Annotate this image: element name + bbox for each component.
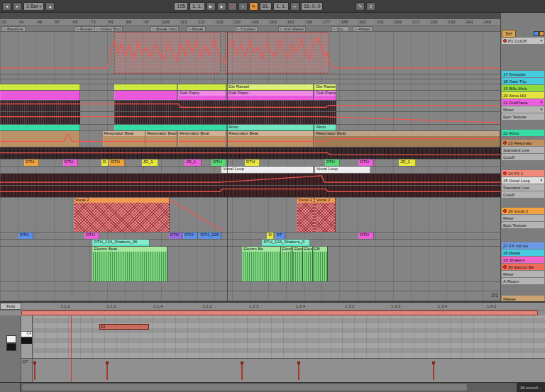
clip[interactable] — [0, 101, 80, 111]
clip-resonator-beat[interactable]: Resonator Beat — [178, 131, 226, 147]
clip-resonator-beat[interactable]: Resonator Beat — [314, 131, 500, 147]
overview-button[interactable]: ≡ — [366, 2, 375, 11]
clip-vocal-loop[interactable]: Vocal Loop — [315, 167, 370, 173]
clip-resonator-beat[interactable]: Resonator Beat — [227, 131, 314, 147]
track-lane-kreische[interactable] — [0, 74, 500, 79]
clip-jd-1[interactable]: JD_1 — [142, 159, 159, 166]
clip-d[interactable]: D — [101, 159, 109, 166]
clip-ruler[interactable]: 1.1.21.1.31.1.41.2.21.2.31.2.41.3.21.3.3… — [21, 303, 545, 310]
clip-dth[interactable]: DTH — [358, 233, 373, 239]
locator-break[interactable]: ▷Break — [187, 26, 206, 32]
clip-dth[interactable]: DTH — [325, 159, 340, 166]
draw-mode-button[interactable]: ✎ — [356, 2, 365, 11]
clip-jd-1[interactable]: JD_1 — [399, 159, 416, 166]
device-title-tab[interactable]: 16-monof... — [517, 383, 545, 392]
clip-dth-124-shakers-0[interactable]: DTH_124_Shakers_0 — [262, 240, 310, 246]
arrangement-view-icon[interactable] — [539, 31, 544, 36]
locator-voltes-brot[interactable]: ▷Voltes Brot — [94, 26, 123, 32]
track-header-cutoff[interactable]: Cutoff — [502, 191, 544, 198]
overdub-button[interactable]: + — [238, 2, 248, 11]
play-button[interactable]: ▶ — [207, 2, 216, 11]
clip[interactable] — [114, 84, 178, 90]
clip-dth-125[interactable]: DTH_125 — [199, 233, 221, 239]
track-header-25-vocal-loop[interactable]: 25 Vocal Loop▼ — [502, 177, 544, 184]
clip[interactable] — [0, 91, 80, 100]
scrollbar-handle[interactable] — [22, 384, 467, 391]
record-arm-icon[interactable] — [503, 209, 507, 213]
clip-jd-1[interactable]: JD_1 — [185, 159, 202, 166]
clip-dth[interactable]: DTH — [183, 233, 198, 239]
clip-elec[interactable]: Elec — [292, 247, 302, 281]
clip-dth[interactable]: DTH — [63, 159, 78, 166]
clip-dth[interactable]: DTH — [18, 233, 33, 239]
track-header-23-resonato[interactable]: 23 Resonato — [502, 140, 544, 146]
piano-keys[interactable]: C4 — [21, 315, 32, 358]
clip[interactable] — [114, 101, 337, 111]
clip[interactable] — [0, 131, 80, 147]
note-grid[interactable]: D4 — [33, 315, 545, 358]
velocity-marker[interactable] — [34, 363, 35, 380]
clip[interactable] — [0, 147, 500, 159]
clip-dt[interactable]: DT — [275, 233, 285, 239]
track-header-cutoff[interactable]: Cutoff — [502, 154, 544, 160]
metronome-button[interactable]: ▲ — [45, 2, 55, 11]
track-header-20-atmo-hh[interactable]: 20 Atmo HH — [502, 92, 544, 99]
locator-bassline[interactable]: ▷Bassline — [1, 26, 26, 32]
record-button[interactable]: ● — [228, 2, 237, 11]
clip[interactable] — [225, 32, 329, 74]
track-header-mixer[interactable]: Mixer — [502, 215, 544, 221]
locator-abbau[interactable]: ▷Abbau — [353, 26, 373, 32]
track-header-24-fx-1[interactable]: 24 FX 1 — [502, 170, 544, 177]
clip-dub-piano[interactable]: Dub Piano — [314, 91, 336, 100]
velocity-marker[interactable] — [433, 363, 434, 380]
clip-dub-piano[interactable]: Dub Piano — [227, 91, 314, 100]
track-lane-atmo[interactable]: AtmoAtmo — [0, 125, 500, 131]
track-lane-dark-a[interactable] — [0, 147, 500, 159]
track-header-master[interactable]: Master — [502, 296, 544, 301]
clip-resonator-beat[interactable]: Resonator Beat — [103, 131, 146, 147]
track-lane-resonator[interactable]: Resonator BeatResonator BeatResonator Be… — [0, 131, 500, 147]
track-lane-shakers[interactable]: DTH_124_Shakers_06DTH_124_Shakers_0 — [0, 240, 500, 247]
horizontal-scrollbar[interactable] — [21, 383, 517, 392]
locator-sto[interactable]: ▷Sto... — [331, 26, 349, 32]
time-signature-field[interactable]: 1. 1. — [189, 2, 205, 11]
track-lane-empty-gap[interactable] — [0, 282, 500, 291]
track-lane-wave-a[interactable] — [0, 101, 500, 112]
black-key[interactable] — [21, 337, 32, 343]
clip-dth[interactable]: DTH — [211, 159, 226, 166]
record-arm-icon[interactable] — [503, 265, 507, 269]
clip-atmo[interactable]: Atmo — [314, 125, 336, 130]
loop-length-field[interactable]: 16. 0. 0 — [301, 2, 323, 11]
clip-elec[interactable]: Elec — [303, 247, 313, 281]
clip-dth[interactable]: DTH — [24, 159, 39, 166]
track-header-standard-line[interactable]: Standard Line — [502, 184, 544, 191]
track-lane-dth-a[interactable]: DTHDTHDDTHJD_1JD_1DTHDTHDTHDTHJD_1 — [0, 159, 500, 167]
clip[interactable] — [0, 125, 80, 130]
quantize-selector[interactable]: 1 Bar ▾ — [23, 2, 44, 11]
track-header-22-atmo[interactable]: 22 Atmo — [502, 130, 544, 136]
clip-vocal-2[interactable]: Vocal 2 — [314, 198, 336, 232]
loop-start-field[interactable]: 1. 1. — [273, 2, 289, 11]
track-header-19-billo-melo[interactable]: 19 Billo Melo — [502, 85, 544, 91]
midi-note[interactable]: D4 — [99, 324, 149, 330]
editor-scroll-column[interactable] — [0, 315, 21, 382]
set-button[interactable]: Set — [502, 30, 516, 38]
track-header-27-fx-mit-vie[interactable]: 27 FX mit vie — [502, 242, 544, 249]
track-header-21-dubpiane[interactable]: 21 DubPiane▼ — [502, 99, 544, 106]
clip-vocal-2[interactable]: Vocal 2 — [297, 198, 314, 232]
clip[interactable] — [0, 112, 80, 124]
clip-electro-beat[interactable]: Electro Beat — [92, 247, 167, 281]
velocity-marker[interactable] — [106, 363, 108, 380]
track-header-17-kreische[interactable]: 17 Kreische — [502, 71, 544, 77]
record-arm-icon[interactable] — [503, 141, 507, 145]
clip-loop-bar[interactable] — [21, 310, 538, 315]
record-arm-icon[interactable] — [503, 172, 507, 175]
clip[interactable] — [114, 91, 178, 100]
clip-vocal-loop[interactable]: Vocal Loop — [221, 167, 314, 173]
track-header-mixer[interactable]: Mixer▼ — [502, 106, 544, 113]
clip[interactable] — [0, 174, 500, 185]
bar-ruler[interactable]: 3341495765738189971051131211291371451531… — [0, 19, 500, 26]
track-lane-master[interactable]: 2/1 — [0, 291, 500, 301]
locator-trocken[interactable]: ▷Trocken — [235, 26, 258, 32]
locator-voll-weiter[interactable]: ▷Voll Weiter — [278, 26, 306, 32]
